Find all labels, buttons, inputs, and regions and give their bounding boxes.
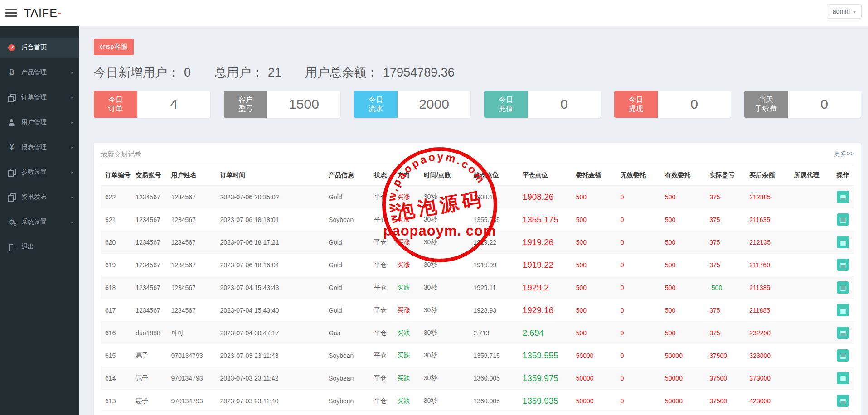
hamburger-menu-icon[interactable] <box>5 7 17 19</box>
sidebar-item-orders[interactable]: 订单管理 ▸ <box>0 87 79 107</box>
cell-agent <box>792 299 832 322</box>
view-order-button[interactable]: ▤ <box>837 304 849 316</box>
cell-invalid: 0 <box>619 231 663 254</box>
cell-account: 1234567 <box>134 186 169 208</box>
view-order-button[interactable]: ▤ <box>837 281 849 294</box>
cell-period: 30秒 <box>422 186 472 208</box>
cell-status: 平仓 <box>372 186 396 208</box>
cell-open-price: 1928.93 <box>471 299 520 322</box>
cell-direction: 买涨 <box>395 208 422 231</box>
cell-open-price: 1919.09 <box>471 254 520 276</box>
topbar: TAIFE- admin ▾ <box>0 0 868 26</box>
cell-agent <box>792 276 832 299</box>
chevron-right-icon: ▸ <box>71 95 73 100</box>
cell-account: 惠子 <box>134 367 169 390</box>
view-order-button[interactable]: ▤ <box>837 191 849 203</box>
yen-icon <box>8 144 16 151</box>
document-list-icon: ▤ <box>840 307 846 314</box>
sidebar-item-users[interactable]: 用户管理 ▸ <box>0 112 79 132</box>
cell-direction: 买涨 <box>395 231 422 254</box>
cell-account: 1234567 <box>134 276 169 299</box>
document-list-icon: ▤ <box>840 329 846 337</box>
chevron-right-icon: ▸ <box>71 170 73 174</box>
sidebar-item-home[interactable]: 后台首页 <box>0 38 79 58</box>
main-content: crisp客服 今日新增用户： 0 总用户： 21 用户总余额： 1795478… <box>79 26 868 415</box>
cell-valid: 50000 <box>663 367 708 390</box>
cell-profit: 37500 <box>708 344 747 367</box>
dashboard-icon <box>8 44 16 52</box>
cell-status: 平仓 <box>372 208 396 231</box>
column-header-5: 状态 <box>372 165 396 186</box>
cell-period: 30秒 <box>422 390 472 412</box>
stat-card-today-fee: 当天手续费 0 <box>744 91 861 118</box>
chevron-down-icon: ▾ <box>853 9 856 14</box>
stat-label: 总用户： <box>214 64 263 81</box>
sidebar-item-logout[interactable]: 退出 <box>0 237 79 257</box>
card-value: 2000 <box>398 91 470 118</box>
card-value: 4 <box>137 91 210 118</box>
logout-icon <box>8 243 16 251</box>
cell-order-time: 2023-07-03 23:11:40 <box>218 390 327 412</box>
cell-valid: 500 <box>663 322 708 344</box>
view-order-button[interactable]: ▤ <box>837 213 849 226</box>
cell-username: 970134793 <box>169 367 218 390</box>
cell-profit: 375 <box>708 231 747 254</box>
card-value: 0 <box>658 91 731 118</box>
view-order-button[interactable]: ▤ <box>837 236 849 248</box>
cell-period: 30秒 <box>422 367 472 390</box>
cell-open-price: 1908.18 <box>471 186 520 208</box>
column-header-3: 订单时间 <box>218 165 327 186</box>
table-header-row: 订单编号交易账号用户姓名订单时间产品信息状态方向时间/点数建仓点位平仓点位委托金… <box>101 165 854 186</box>
cell-actions: ▤ <box>832 299 854 322</box>
document-list-icon: ▤ <box>840 375 846 382</box>
cell-username: 970134793 <box>169 344 218 367</box>
card-label: 今日订单 <box>94 91 137 118</box>
view-order-button[interactable]: ▤ <box>837 395 849 407</box>
cell-status: 平仓 <box>372 390 396 412</box>
cell-open-price: 1919.22 <box>471 231 520 254</box>
admin-dropdown[interactable]: admin ▾ <box>827 4 862 19</box>
sidebar: 后台首页 产品管理 ▸ 订单管理 ▸ 用户管理 ▸ 报表管理 ▸ 参数设置 ▸ … <box>0 26 79 415</box>
sidebar-item-params[interactable]: 参数设置 ▸ <box>0 162 79 182</box>
cell-amount: 50000 <box>574 390 619 412</box>
stat-card-today-deposit: 今日充值 0 <box>484 91 601 118</box>
view-order-button[interactable]: ▤ <box>837 372 849 384</box>
more-link[interactable]: 更多>> <box>834 150 854 158</box>
document-list-icon: ▤ <box>840 261 846 269</box>
column-header-12: 有效委托 <box>663 165 708 186</box>
card-value: 1500 <box>267 91 340 118</box>
cell-status: 平仓 <box>372 299 396 322</box>
cell-profit: 37500 <box>708 390 747 412</box>
cell-order-id: 621 <box>101 208 134 231</box>
cell-amount: 500 <box>574 276 619 299</box>
stat-value: 0 <box>184 66 191 80</box>
cell-product: Gold <box>327 254 372 276</box>
sidebar-item-products[interactable]: 产品管理 ▸ <box>0 63 79 82</box>
cell-order-time: 2023-07-06 18:17:21 <box>218 231 327 254</box>
cell-close-price: 1359.935 <box>521 390 574 412</box>
crisp-support-button[interactable]: crisp客服 <box>94 39 134 55</box>
view-order-button[interactable]: ▤ <box>837 327 849 339</box>
cell-profit: 375 <box>708 186 747 208</box>
chevron-right-icon: ▸ <box>71 220 73 224</box>
sidebar-item-system[interactable]: 系统设置 ▸ <box>0 212 79 232</box>
cell-direction: 买涨 <box>395 254 422 276</box>
stat-card-customer-pnl: 客户盈亏 1500 <box>224 91 340 118</box>
view-order-button[interactable]: ▤ <box>837 349 849 362</box>
cell-username: 可可 <box>169 322 218 344</box>
column-header-13: 实际盈亏 <box>708 165 747 186</box>
cell-balance: 373000 <box>747 367 792 390</box>
document-list-icon: ▤ <box>840 216 846 223</box>
cell-order-id: 622 <box>101 186 134 208</box>
document-list-icon: ▤ <box>840 352 846 359</box>
cell-account: 1234567 <box>134 231 169 254</box>
sidebar-item-reports[interactable]: 报表管理 ▸ <box>0 137 79 157</box>
card-value: 0 <box>528 91 601 118</box>
column-header-11: 无效委托 <box>619 165 663 186</box>
cell-profit: 375 <box>708 299 747 322</box>
sidebar-item-news[interactable]: 资讯发布 ▸ <box>0 187 79 207</box>
view-order-button[interactable]: ▤ <box>837 259 849 271</box>
cell-username: 1234567 <box>169 276 218 299</box>
cell-order-time: 2023-07-06 18:16:04 <box>218 254 327 276</box>
cell-balance: 212135 <box>747 231 792 254</box>
